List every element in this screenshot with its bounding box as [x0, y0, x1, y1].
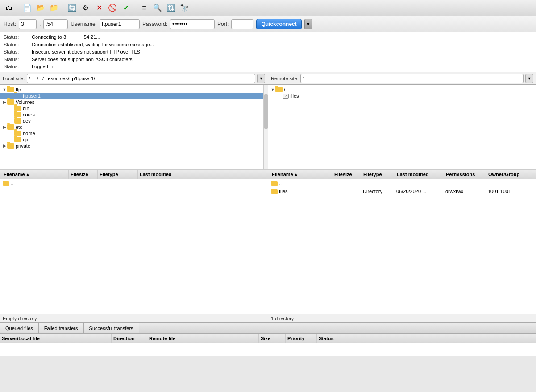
- password-label: Password:: [142, 21, 167, 27]
- tree-item-home[interactable]: home: [0, 130, 268, 136]
- queue-col-size[interactable]: Size: [259, 334, 286, 343]
- keep-uptodate-icon[interactable]: 🔃: [165, 2, 177, 14]
- find-files-icon[interactable]: 🔭: [178, 2, 191, 14]
- cancel-current-icon[interactable]: ✕: [93, 2, 105, 14]
- folder-root-icon: [275, 87, 283, 92]
- remote-col-modified[interactable]: Last modified: [395, 170, 444, 179]
- queue-col-direction[interactable]: Direction: [112, 334, 147, 343]
- queue-tab-queued[interactable]: Queued files: [0, 323, 39, 333]
- port-input[interactable]: [231, 19, 253, 29]
- local-panel: ▼ ftp ftpuser1 ▶ Volumes: [0, 85, 268, 322]
- tree-label-private: private: [16, 143, 30, 149]
- tree-item-cores[interactable]: cores: [0, 111, 268, 118]
- tree-label-opt: opt: [23, 137, 29, 142]
- site-manager-icon[interactable]: 📂: [34, 2, 47, 14]
- remote-files-folder-icon: [271, 189, 278, 194]
- tree-label-files: files: [290, 93, 299, 99]
- queue-body[interactable]: [0, 343, 536, 356]
- refresh-icon[interactable]: 🔄: [66, 2, 79, 14]
- remote-col-filesize[interactable]: Filesize: [332, 170, 361, 179]
- tree-item-files[interactable]: ? files: [268, 93, 536, 99]
- remote-file-list[interactable]: .. files Directory 06/20/2020: [268, 179, 536, 314]
- local-tree-scrollbar[interactable]: [263, 85, 268, 169]
- host-part2[interactable]: [43, 19, 68, 29]
- remote-file-row-files[interactable]: files Directory 06/20/2020 ... drwxrwx--…: [268, 187, 536, 195]
- remote-status-text: 1 directory: [271, 316, 294, 321]
- disconnect-icon[interactable]: ✔: [120, 2, 132, 14]
- status-line-3: Status: Insecure server, it does not sup…: [4, 48, 532, 56]
- local-file-row-parent[interactable]: ..: [0, 179, 268, 187]
- cancel-all-icon[interactable]: 🚫: [106, 2, 119, 14]
- local-col-modified[interactable]: Last modified: [138, 170, 266, 179]
- expand-ftp[interactable]: ▼: [2, 87, 7, 92]
- status-key-2: Status:: [4, 41, 28, 49]
- tree-item-etc[interactable]: ▶ etc: [0, 124, 268, 130]
- expand-ftpuser1[interactable]: [9, 94, 14, 98]
- tree-item-opt[interactable]: opt: [0, 136, 268, 143]
- remote-path-input[interactable]: [300, 74, 524, 83]
- username-input[interactable]: [100, 19, 140, 29]
- tree-item-private[interactable]: ▶ private: [0, 143, 268, 149]
- expand-etc[interactable]: ▶: [2, 125, 7, 129]
- status-val-2: Connection established, waiting for welc…: [32, 41, 154, 49]
- local-path-bar: Local site: ▼: [0, 72, 268, 84]
- new-connection-icon[interactable]: 📄: [21, 2, 33, 14]
- expand-volumes[interactable]: ▶: [2, 100, 7, 104]
- password-input[interactable]: [170, 19, 215, 29]
- tree-item-ftp[interactable]: ▼ ftp: [0, 87, 268, 93]
- remote-tree[interactable]: ▼ / ? files: [268, 85, 536, 169]
- failed-tab-label: Failed transfers: [44, 326, 78, 331]
- local-file-list[interactable]: ..: [0, 179, 268, 314]
- remote-col-filename[interactable]: Filename ▲: [270, 170, 332, 179]
- remote-file-row-parent[interactable]: ..: [268, 179, 536, 187]
- tree-item-bin[interactable]: bin: [0, 105, 268, 111]
- remote-col-owner[interactable]: Owner/Group: [486, 170, 534, 179]
- remote-col-filetype[interactable]: Filetype: [361, 170, 395, 179]
- local-file-name-parent: ..: [2, 181, 69, 186]
- port-label: Port:: [217, 21, 229, 27]
- tree-label-volumes: Volumes: [16, 99, 34, 105]
- main-area: ▼ ftp ftpuser1 ▶ Volumes: [0, 85, 536, 357]
- queue-tab-failed[interactable]: Failed transfers: [39, 323, 84, 333]
- open-folder-icon[interactable]: 📁: [48, 2, 60, 14]
- queue-tab-successful[interactable]: Successful transfers: [84, 323, 139, 333]
- view-toggle-icon[interactable]: ≡: [138, 2, 150, 14]
- tree-item-root[interactable]: ▼ /: [268, 87, 536, 93]
- status-line-1: Status: Connecting to 3 .54:21...: [4, 33, 532, 41]
- successful-tab-label: Successful transfers: [89, 326, 133, 331]
- tree-item-volumes[interactable]: ▶ Volumes: [0, 99, 268, 105]
- process-queue-icon[interactable]: ⚙: [79, 2, 92, 14]
- remote-path-dropdown[interactable]: ▼: [525, 74, 533, 83]
- remote-col-permissions[interactable]: Permissions: [444, 170, 486, 179]
- expand-root[interactable]: ▼: [270, 87, 275, 92]
- remote-file-owner-files: 1001 1001: [486, 189, 534, 194]
- app-icon: 🗂: [3, 2, 15, 14]
- queue-col-status[interactable]: Status: [317, 334, 536, 343]
- local-site-label: Local site:: [3, 76, 25, 81]
- local-path-input[interactable]: [27, 74, 255, 83]
- local-tree-scroll-handle[interactable]: [264, 94, 268, 129]
- quickconnect-dropdown[interactable]: ▼: [304, 19, 312, 29]
- queue-col-priority[interactable]: Priority: [286, 334, 317, 343]
- local-path-dropdown[interactable]: ▼: [257, 74, 265, 83]
- queue-col-remote[interactable]: Remote file: [147, 334, 259, 343]
- folder-opt-icon: [14, 137, 21, 142]
- local-col-filename[interactable]: Filename ▲: [2, 170, 69, 179]
- status-line-2: Status: Connection established, waiting …: [4, 41, 532, 49]
- queue-col-server[interactable]: Server/Local file: [0, 334, 112, 343]
- expand-private[interactable]: ▶: [2, 144, 7, 148]
- bottom-section: Queued files Failed transfers Successful…: [0, 322, 536, 357]
- status-line-4: Status: Server does not support non-ASCI…: [4, 56, 532, 63]
- local-tree[interactable]: ▼ ftp ftpuser1 ▶ Volumes: [0, 85, 268, 169]
- folder-files-question-icon: ?: [283, 94, 289, 99]
- quickconnect-button[interactable]: Quickconnect: [256, 19, 301, 29]
- local-col-filetype[interactable]: Filetype: [98, 170, 138, 179]
- host-input[interactable]: [19, 19, 37, 29]
- remote-path-bar: Remote site: ▼: [268, 72, 536, 84]
- tree-item-ftpuser1[interactable]: ftpuser1: [0, 93, 268, 99]
- tree-label-dev: dev: [23, 118, 31, 124]
- search-files-icon[interactable]: 🔍: [151, 2, 164, 14]
- local-col-filesize[interactable]: Filesize: [69, 170, 98, 179]
- tree-item-dev[interactable]: dev: [0, 118, 268, 124]
- remote-col-headers: Filename ▲ Filesize Filetype Last modifi…: [268, 169, 536, 179]
